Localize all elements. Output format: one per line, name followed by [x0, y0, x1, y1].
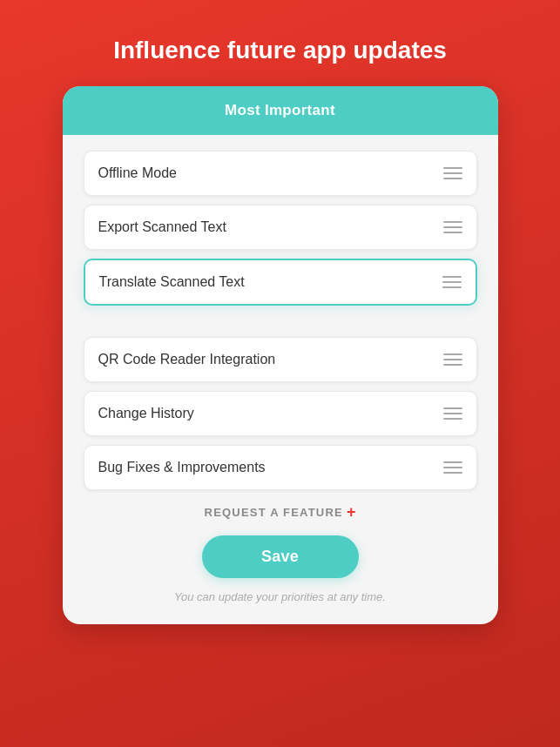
list-item-export-scanned-text[interactable]: Export Scanned Text: [84, 205, 477, 250]
item-label-translate-scanned-text: Translate Scanned Text: [99, 274, 245, 290]
item-label-offline-mode: Offline Mode: [98, 165, 177, 181]
page-title: Influence future app updates: [78, 0, 482, 86]
item-label-export-scanned-text: Export Scanned Text: [98, 219, 226, 235]
priority-card: Most Important Offline ModeExport Scanne…: [63, 86, 498, 624]
list-item-bug-fixes[interactable]: Bug Fixes & Improvements: [84, 445, 477, 490]
drag-handle-icon[interactable]: [443, 461, 462, 474]
spacer: [84, 314, 477, 328]
save-button[interactable]: Save: [202, 535, 359, 578]
card-header: Most Important: [63, 86, 498, 135]
list-item-change-history[interactable]: Change History: [84, 391, 477, 436]
list-item-translate-scanned-text[interactable]: Translate Scanned Text: [84, 259, 477, 306]
drag-handle-icon[interactable]: [443, 167, 462, 179]
request-feature-label: REQUEST A FEATURE: [205, 506, 343, 519]
drag-handle-icon[interactable]: [443, 221, 462, 233]
drag-handle-icon[interactable]: [443, 407, 462, 420]
drag-handle-icon[interactable]: [442, 276, 462, 288]
item-label-bug-fixes: Bug Fixes & Improvements: [98, 460, 266, 475]
list-item-offline-mode[interactable]: Offline Mode: [84, 151, 477, 196]
footer-note: You can update your priorities at any ti…: [63, 578, 498, 603]
request-row: REQUEST A FEATURE +: [63, 490, 498, 523]
card-header-label: Most Important: [225, 102, 335, 118]
items-list: Offline ModeExport Scanned TextTranslate…: [63, 135, 498, 490]
item-label-change-history: Change History: [98, 406, 194, 421]
item-label-qr-code-reader: QR Code Reader Integration: [98, 352, 276, 367]
list-item-qr-code-reader[interactable]: QR Code Reader Integration: [84, 337, 477, 382]
drag-handle-icon[interactable]: [443, 353, 462, 366]
request-plus-icon[interactable]: +: [347, 504, 356, 520]
